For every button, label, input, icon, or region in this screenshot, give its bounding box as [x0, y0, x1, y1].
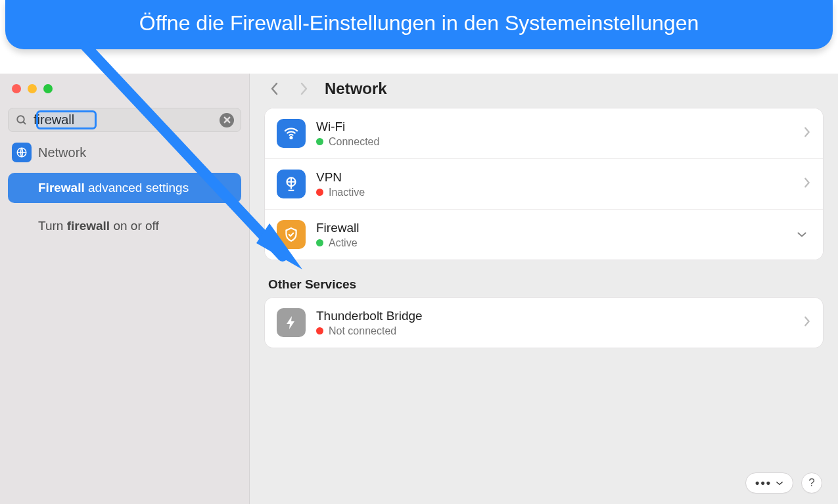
- other-services-group: Thunderbolt Bridge Not connected: [264, 297, 824, 348]
- result-prefix: Turn: [38, 219, 67, 233]
- other-services-heading: Other Services: [268, 277, 824, 292]
- content-footer: ••• ?: [250, 466, 838, 504]
- result-bold: firewall: [67, 219, 110, 233]
- status-text: Active: [329, 237, 358, 249]
- status-text: Inactive: [329, 187, 365, 198]
- minimize-window-button[interactable]: [28, 84, 37, 93]
- status-dot: [316, 189, 323, 196]
- sidebar: Network Firewall advanced settings Turn …: [0, 74, 250, 504]
- page-title: Network: [325, 80, 387, 98]
- back-button[interactable]: [264, 79, 284, 99]
- result-rest: on or off: [110, 219, 159, 233]
- search-input[interactable]: [34, 112, 214, 127]
- svg-line-2: [23, 122, 26, 124]
- help-button[interactable]: ?: [801, 472, 822, 493]
- svg-point-6: [290, 137, 292, 139]
- search-field-wrap[interactable]: [8, 108, 241, 132]
- status-text: Not connected: [329, 325, 396, 337]
- globe-icon: [12, 143, 32, 162]
- zoom-window-button[interactable]: [43, 84, 53, 93]
- search-result-turn-firewall[interactable]: Turn firewall on or off: [8, 211, 241, 241]
- thunderbolt-icon: [277, 308, 306, 337]
- content-header: Network: [250, 74, 838, 108]
- row-wifi[interactable]: Wi-Fi Connected: [265, 108, 823, 159]
- chevron-down-icon: [776, 480, 783, 486]
- chevron-right-icon: [803, 175, 811, 193]
- wifi-icon: [277, 119, 306, 148]
- ellipsis-icon: •••: [755, 476, 772, 490]
- sidebar-section-network[interactable]: Network: [8, 140, 241, 165]
- status-dot: [316, 239, 323, 246]
- result-rest: advanced settings: [85, 181, 189, 195]
- row-title: Firewall: [316, 221, 782, 235]
- forward-button[interactable]: [294, 79, 314, 99]
- search-icon: [15, 114, 28, 127]
- more-options-button[interactable]: •••: [745, 472, 793, 493]
- result-bold: Firewall: [38, 181, 85, 195]
- content-pane: Network Wi-Fi Connected: [250, 74, 838, 504]
- settings-window: Network Firewall advanced settings Turn …: [0, 74, 838, 504]
- row-title: Thunderbolt Bridge: [316, 309, 793, 323]
- firewall-icon: [277, 220, 306, 249]
- close-window-button[interactable]: [12, 84, 21, 93]
- vpn-icon: [277, 170, 306, 198]
- window-controls: [8, 80, 241, 100]
- chevron-right-icon: [803, 125, 811, 142]
- network-services-group: Wi-Fi Connected VPN Inactive: [264, 108, 824, 260]
- search-result-firewall-advanced[interactable]: Firewall advanced settings: [8, 173, 241, 203]
- status-dot: [316, 327, 323, 334]
- instruction-banner: Öffne die Firewall-Einstellungen in den …: [5, 0, 833, 49]
- row-vpn[interactable]: VPN Inactive: [265, 159, 823, 210]
- row-thunderbolt-bridge[interactable]: Thunderbolt Bridge Not connected: [265, 298, 823, 348]
- status-text: Connected: [329, 136, 379, 148]
- status-dot: [316, 138, 323, 145]
- clear-search-button[interactable]: [220, 113, 234, 127]
- svg-point-1: [17, 116, 24, 123]
- sidebar-heading-label: Network: [38, 145, 86, 160]
- chevron-down-icon[interactable]: [793, 228, 811, 242]
- chevron-right-icon: [803, 314, 811, 331]
- row-title: VPN: [316, 170, 793, 185]
- row-title: Wi-Fi: [316, 120, 793, 134]
- row-firewall[interactable]: Firewall Active: [265, 210, 823, 260]
